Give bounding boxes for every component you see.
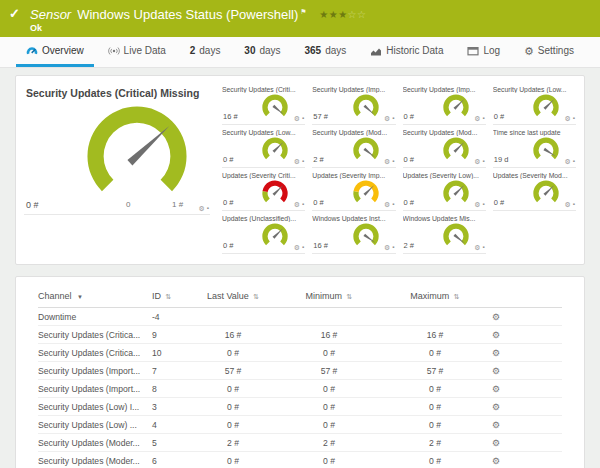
channel-maximum: 57 # (394, 366, 476, 376)
channel-name[interactable]: Security Updates (Critica... (38, 330, 152, 340)
star-empty-icon[interactable]: ☆ (357, 9, 366, 20)
pin-icon[interactable]: ▪ (573, 115, 575, 122)
channel-settings-gear-icon[interactable]: ⚙ (474, 201, 480, 208)
column-header-id[interactable]: ID ⇅ (152, 291, 202, 301)
star-filled-icon[interactable]: ★ (329, 9, 338, 20)
pin-icon[interactable]: ▪ (483, 115, 485, 122)
channel-name[interactable]: Security Updates (Moder... (38, 456, 152, 466)
mini-gauge-tile[interactable]: Security Updates (Criti... 16 # ⚙ ▪ (222, 84, 305, 125)
pin-icon[interactable]: ▪ (302, 158, 304, 165)
channel-settings-gear-icon[interactable]: ⚙ (384, 244, 390, 251)
pin-icon[interactable]: ▪ (392, 244, 394, 251)
mini-gauge-chart (438, 177, 474, 208)
pin-icon[interactable]: ▪ (392, 201, 394, 208)
mini-gauge-tile[interactable]: Updates (Severity Imp... 0 # ⚙ ▪ (312, 170, 395, 211)
channel-settings-gear-icon[interactable]: ⚙ (294, 201, 300, 208)
mini-gauge-tile[interactable]: Security Updates (Low... 0 # ⚙ ▪ (493, 84, 576, 125)
tab-log[interactable]: Log (457, 37, 510, 67)
channel-table-panel: Channel ▼ID ⇅Last Value ⇅Minimum ⇅Maximu… (15, 276, 585, 468)
edit-channel-gear-icon[interactable]: ⚙ (492, 420, 500, 430)
mini-gauge-value: 0 # (223, 241, 233, 250)
channel-name[interactable]: Security Updates (Moder... (38, 438, 152, 448)
mini-gauge-tile[interactable]: Security Updates (Low... 0 # ⚙ ▪ (222, 127, 305, 168)
channel-settings-gear-icon[interactable]: ⚙ (474, 244, 480, 251)
tab-30-days[interactable]: 30days (234, 37, 290, 67)
mini-gauge-tile[interactable]: Windows Updates Inst... 16 # ⚙ ▪ (312, 213, 395, 254)
mini-gauge-value: 0 # (223, 198, 233, 207)
mini-gauge-tile[interactable]: Updates (Unclassified)... 0 # ⚙ ▪ (222, 213, 305, 254)
mini-gauge-tile[interactable]: Windows Updates Mis... 2 # ⚙ ▪ (403, 213, 486, 254)
channel-settings-gear-icon[interactable]: ⚙ (384, 158, 390, 165)
edit-channel-gear-icon[interactable]: ⚙ (492, 456, 500, 466)
channel-name[interactable]: Security Updates (Low) I... (38, 402, 152, 412)
channel-settings-gear-icon[interactable]: ⚙ (294, 244, 300, 251)
pin-icon[interactable]: ▪ (302, 244, 304, 251)
tab-live-data[interactable]: Live Data (98, 37, 176, 67)
tab-historic-data[interactable]: Historic Data (360, 37, 453, 67)
channel-minimum: 57 # (264, 366, 394, 376)
star-filled-icon[interactable]: ★ (319, 9, 328, 20)
channel-settings-gear-icon[interactable]: ⚙ (384, 115, 390, 122)
edit-channel-gear-icon[interactable]: ⚙ (492, 312, 500, 322)
channel-name[interactable]: Security Updates (Import... (38, 366, 152, 376)
main-gauge-tile: Security Updates (Critical) Missing 0 # … (24, 84, 210, 215)
star-empty-icon[interactable]: ☆ (348, 9, 357, 20)
pin-icon[interactable]: ▪ (302, 201, 304, 208)
tab-2-days[interactable]: 2days (180, 37, 231, 67)
star-filled-icon[interactable]: ★ (338, 9, 347, 20)
sort-arrows-icon: ⇅ (347, 293, 353, 300)
sort-arrows-icon: ⇅ (166, 293, 172, 300)
pin-icon[interactable]: ▪ (573, 201, 575, 208)
priority-star-rating[interactable]: ★★★☆☆ (319, 9, 366, 20)
channel-name[interactable]: Security Updates (Critica... (38, 348, 152, 358)
pin-icon[interactable]: ▪ (392, 158, 394, 165)
channel-name[interactable]: Security Updates (Low) ... (38, 420, 152, 430)
pin-icon[interactable]: ▪ (483, 244, 485, 251)
mini-gauge-tile[interactable]: Time since last update 19 d ⚙ ▪ (493, 127, 576, 168)
column-header-maximum[interactable]: Maximum ⇅ (394, 291, 476, 301)
tab-365-days[interactable]: 365days (295, 37, 357, 67)
tab-settings[interactable]: ⚙Settings (514, 37, 584, 67)
channel-settings-gear-icon[interactable]: ⚙ (565, 201, 571, 208)
column-header-channel[interactable]: Channel ▼ (38, 291, 152, 301)
pin-icon[interactable]: ▪ (483, 201, 485, 208)
bar-chart-icon (370, 45, 382, 57)
edit-channel-gear-icon[interactable]: ⚙ (492, 384, 500, 394)
mini-gauge-tile[interactable]: Security Updates (Imp... 0 # ⚙ ▪ (403, 84, 486, 125)
tab-label: Overview (42, 45, 84, 56)
pin-icon[interactable]: ▪ (392, 115, 394, 122)
channel-name[interactable]: Downtime (38, 312, 152, 322)
channel-settings-gear-icon[interactable]: ⚙ (474, 115, 480, 122)
channel-settings-gear-icon[interactable]: ⚙ (565, 158, 571, 165)
edit-channel-gear-icon[interactable]: ⚙ (492, 348, 500, 358)
channel-name[interactable]: Security Updates (Import... (38, 384, 152, 394)
column-header-last-value[interactable]: Last Value ⇅ (202, 291, 264, 301)
edit-channel-gear-icon[interactable]: ⚙ (492, 402, 500, 412)
mini-gauge-tile[interactable]: Security Updates (Mod... 2 # ⚙ ▪ (312, 127, 395, 168)
column-header-minimum[interactable]: Minimum ⇅ (264, 291, 394, 301)
channel-settings-gear-icon[interactable]: ⚙ (294, 115, 300, 122)
channel-settings-gear-icon[interactable]: ⚙ (384, 201, 390, 208)
mini-gauge-tile[interactable]: Updates (Severity Low)... 0 # ⚙ ▪ (403, 170, 486, 211)
edit-channel-gear-icon[interactable]: ⚙ (492, 438, 500, 448)
mini-gauge-tile[interactable]: Security Updates (Imp... 57 # ⚙ ▪ (312, 84, 395, 125)
channel-settings-gear-icon[interactable]: ⚙ (474, 158, 480, 165)
log-window-icon (467, 45, 479, 57)
tab-overview[interactable]: Overview (16, 37, 94, 67)
channel-settings-gear-icon[interactable]: ⚙ (294, 158, 300, 165)
tab-label: Historic Data (386, 45, 443, 56)
pin-icon[interactable]: ▪ (483, 158, 485, 165)
channel-last-value: 2 # (202, 438, 264, 448)
channel-settings-gear-icon[interactable]: ⚙ (565, 115, 571, 122)
pin-icon[interactable]: ▪ (207, 205, 209, 212)
mini-gauge-tile[interactable]: Updates (Severity Criti... 0 # ⚙ ▪ (222, 170, 305, 211)
channel-settings-gear-icon[interactable]: ⚙ (199, 205, 205, 212)
mini-gauge-tile[interactable]: Security Updates (Mod... 0 # ⚙ ▪ (403, 127, 486, 168)
mini-gauge-tile[interactable]: Updates (Severity Mod... 0 # ⚙ ▪ (493, 170, 576, 211)
edit-channel-gear-icon[interactable]: ⚙ (492, 330, 500, 340)
pin-icon[interactable]: ▪ (573, 158, 575, 165)
channel-row: Security Updates (Low) ... 4 0 # 0 # 0 #… (38, 416, 562, 434)
edit-channel-gear-icon[interactable]: ⚙ (492, 366, 500, 376)
pin-icon[interactable]: ▪ (302, 115, 304, 122)
main-gauge-title: Security Updates (Critical) Missing (24, 84, 210, 99)
